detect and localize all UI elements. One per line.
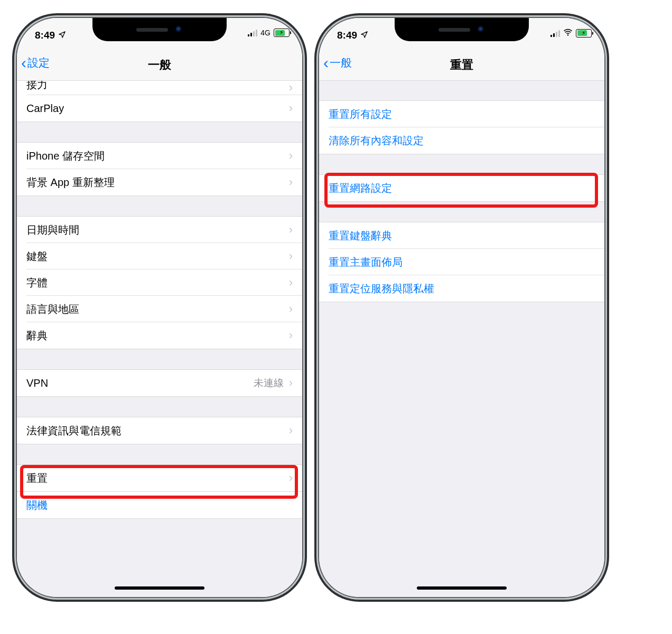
row-detail: 未連線 xyxy=(254,376,284,390)
row-reset-location-privacy[interactable]: 重置定位服務與隱私權 xyxy=(319,275,604,302)
row-label: 日期與時間 xyxy=(26,223,289,237)
chevron-right-icon: › xyxy=(289,249,293,263)
battery-icon: ⚡︎ xyxy=(274,29,290,37)
page-title: 一般 xyxy=(17,57,302,73)
row-legal[interactable]: 法律資訊與電信規範 › xyxy=(17,417,302,444)
status-time: 8:49 xyxy=(337,30,357,41)
svg-point-0 xyxy=(567,34,568,35)
phone-frame-right: 8:49 ⚡︎ ‹ 一般 重置 xyxy=(319,18,604,597)
row-label: 清除所有內容和設定 xyxy=(329,134,595,148)
chevron-right-icon: › xyxy=(289,302,293,316)
reset-content[interactable]: 重置所有設定 清除所有內容和設定 重置網路設定 重置鍵盤辭典 重置主畫面佈局 xyxy=(319,80,604,597)
row-label: 重置定位服務與隱私權 xyxy=(329,282,595,296)
cellular-signal-icon xyxy=(550,30,560,37)
row-reset-home-layout[interactable]: 重置主畫面佈局 xyxy=(319,249,604,275)
row-reset-all-settings[interactable]: 重置所有設定 xyxy=(319,101,604,127)
row-label: VPN xyxy=(26,377,254,389)
row-label: iPhone 儲存空間 xyxy=(26,149,289,163)
settings-content[interactable]: 接力 › CarPlay › iPhone 儲存空間 › 背景 App 重新整理… xyxy=(17,80,302,597)
chevron-right-icon: › xyxy=(289,329,293,342)
row-label: 辭典 xyxy=(26,329,289,343)
row-language-region[interactable]: 語言與地區 › xyxy=(17,296,302,322)
page-title: 重置 xyxy=(319,57,604,73)
row-label: 背景 App 重新整理 xyxy=(26,175,289,190)
chevron-right-icon: › xyxy=(289,175,293,189)
row-label: CarPlay xyxy=(26,102,289,115)
row-background-app-refresh[interactable]: 背景 App 重新整理 › xyxy=(17,169,302,195)
chevron-right-icon: › xyxy=(289,471,293,485)
chevron-right-icon: › xyxy=(289,101,293,115)
row-erase-all-content[interactable]: 清除所有內容和設定 xyxy=(319,127,604,154)
row-carplay[interactable]: CarPlay › xyxy=(17,95,302,122)
row-vpn[interactable]: VPN 未連線 › xyxy=(17,370,302,396)
row-label: 重置所有設定 xyxy=(329,107,595,122)
battery-icon: ⚡︎ xyxy=(576,29,592,38)
row-shutdown[interactable]: 關機 xyxy=(17,492,302,518)
notch xyxy=(92,18,227,41)
wifi-icon xyxy=(563,29,573,38)
charging-icon: ⚡︎ xyxy=(582,30,586,36)
home-indicator[interactable] xyxy=(417,586,507,590)
row-label: 重置 xyxy=(26,471,289,486)
row-label: 字體 xyxy=(26,276,289,290)
row-reset-keyboard-dictionary[interactable]: 重置鍵盤辭典 xyxy=(319,222,604,249)
row-label: 重置網路設定 xyxy=(329,181,595,195)
charging-icon: ⚡︎ xyxy=(279,29,284,36)
row-dictionary[interactable]: 辭典 › xyxy=(17,322,302,349)
chevron-right-icon: › xyxy=(289,376,293,390)
cellular-signal-icon xyxy=(248,29,257,36)
chevron-right-icon: › xyxy=(289,149,293,163)
nav-bar: ‹ 一般 重置 xyxy=(319,50,604,81)
row-date-time[interactable]: 日期與時間 › xyxy=(17,217,302,243)
row-label: 關機 xyxy=(26,498,293,512)
speaker-slot xyxy=(136,28,168,32)
row-handoff[interactable]: 接力 › xyxy=(17,80,302,95)
row-label: 重置主畫面佈局 xyxy=(329,255,595,269)
phone-frame-left: 8:49 4G ⚡︎ ‹ 設定 一般 xyxy=(17,18,302,597)
row-keyboard[interactable]: 鍵盤 › xyxy=(17,243,302,269)
location-icon xyxy=(360,30,368,41)
chevron-right-icon: › xyxy=(289,276,293,290)
notch xyxy=(395,18,529,41)
status-time: 8:49 xyxy=(35,30,55,41)
row-label: 鍵盤 xyxy=(26,249,289,264)
front-camera xyxy=(478,26,485,33)
speaker-slot xyxy=(438,28,470,32)
chevron-right-icon: › xyxy=(289,424,293,437)
nav-bar: ‹ 設定 一般 xyxy=(17,50,302,81)
row-label: 重置鍵盤辭典 xyxy=(329,229,595,243)
location-icon xyxy=(58,30,66,41)
row-iphone-storage[interactable]: iPhone 儲存空間 › xyxy=(17,143,302,169)
row-label: 接力 xyxy=(26,80,289,92)
network-label: 4G xyxy=(260,29,270,37)
row-label: 語言與地區 xyxy=(26,302,289,316)
chevron-right-icon: › xyxy=(289,81,293,95)
home-indicator[interactable] xyxy=(115,586,204,590)
row-reset-network-settings[interactable]: 重置網路設定 xyxy=(319,175,604,201)
chevron-right-icon: › xyxy=(289,223,293,237)
row-reset[interactable]: 重置 › xyxy=(17,465,302,491)
row-fonts[interactable]: 字體 › xyxy=(17,269,302,296)
row-label: 法律資訊與電信規範 xyxy=(26,424,289,438)
front-camera xyxy=(175,26,183,33)
